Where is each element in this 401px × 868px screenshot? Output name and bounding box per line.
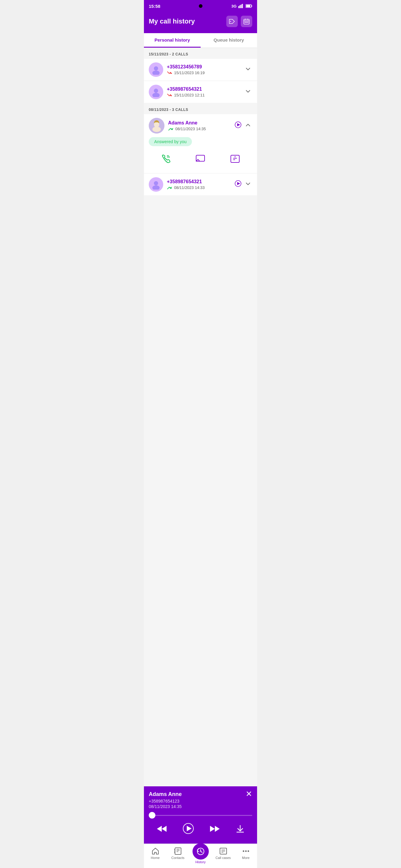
answered-badge: Answered by you	[149, 137, 192, 146]
section-header-2: 08/11/2023 - 3 CALLS	[144, 103, 257, 114]
chevron-down-icon	[245, 88, 251, 94]
nav-item-more[interactable]: More	[234, 846, 257, 864]
person-icon	[151, 87, 161, 97]
download-icon	[236, 825, 245, 833]
audio-player-date: 08/11/2023 14:35	[149, 804, 182, 809]
call-item-4[interactable]: +358987654321 08/11/2023 14:33	[144, 174, 257, 195]
play-icon	[235, 121, 241, 128]
app-header: My call history	[144, 12, 257, 33]
info-icon	[230, 154, 240, 164]
play-button-icon	[183, 823, 194, 834]
chat-icon	[196, 154, 205, 164]
filter-button[interactable]	[226, 16, 238, 27]
tabs-container: Personal history Queue history	[144, 33, 257, 48]
phone-call-icon	[161, 154, 171, 164]
call-info: +358123456789 15/11/2023 16:19	[167, 64, 244, 75]
expand-call-4[interactable]	[244, 180, 252, 190]
info-button[interactable]	[228, 152, 242, 167]
call-meta: 08/11/2023 14:35	[168, 127, 233, 131]
missed-call-icon	[167, 93, 172, 97]
header-actions	[226, 16, 252, 27]
play-recording-4[interactable]	[233, 179, 242, 190]
call-actions	[149, 150, 252, 168]
fast-forward-button[interactable]	[208, 824, 221, 836]
message-button[interactable]	[193, 152, 208, 167]
chevron-down-icon	[245, 181, 251, 187]
content-area: 15/11/2023 - 2 CALLS +358123456789 15/11…	[144, 48, 257, 786]
signal-icon	[238, 4, 244, 8]
nav-label-more: More	[242, 856, 250, 860]
person-icon	[151, 64, 161, 75]
camera-dot	[199, 4, 202, 8]
fast-forward-icon	[210, 825, 220, 833]
tab-queue-history[interactable]: Queue history	[201, 33, 257, 48]
expand-call-1[interactable]	[244, 65, 252, 75]
svg-marker-40	[237, 182, 240, 185]
call-item-2[interactable]: +358987654321 15/11/2023 12:11	[144, 81, 257, 103]
more-icon	[242, 847, 250, 855]
nav-label-contacts: Contacts	[171, 856, 184, 860]
download-button[interactable]	[235, 824, 246, 836]
svg-point-35	[154, 181, 158, 185]
nav-item-contacts[interactable]: Contacts	[167, 846, 189, 864]
history-icon-wrap	[193, 843, 209, 860]
call-item-1[interactable]: +358123456789 15/11/2023 16:19	[144, 59, 257, 81]
avatar	[149, 85, 163, 99]
section-header-1: 15/11/2023 - 2 CALLS	[144, 48, 257, 59]
audio-progress-dot[interactable]	[149, 812, 155, 818]
collapse-call-3[interactable]	[244, 121, 252, 131]
status-icons: 3G	[231, 4, 252, 8]
svg-point-20	[152, 93, 160, 97]
svg-rect-14	[248, 22, 248, 23]
person-photo-icon	[149, 118, 165, 133]
call-number: +358123456789	[167, 64, 244, 70]
avatar-adams-anne	[149, 118, 165, 133]
audio-progress-bar[interactable]	[149, 815, 252, 816]
svg-rect-6	[246, 5, 251, 7]
svg-point-7	[230, 21, 231, 22]
call-info: +358987654321 08/11/2023 14:33	[167, 179, 233, 190]
call-datetime: 08/11/2023 14:35	[175, 127, 206, 131]
svg-point-16	[152, 70, 160, 75]
battery-icon	[246, 4, 252, 8]
status-time: 15:58	[149, 4, 160, 9]
call-info: Adams Anne 08/11/2023 14:35	[168, 120, 233, 131]
svg-point-25	[152, 127, 161, 132]
nav-item-home[interactable]: Home	[144, 846, 167, 864]
calendar-button[interactable]	[241, 16, 252, 27]
svg-rect-12	[245, 22, 246, 23]
tab-personal-history[interactable]: Personal history	[144, 33, 201, 48]
call-name: Adams Anne	[168, 120, 233, 126]
person-icon	[151, 179, 161, 190]
callcases-icon	[219, 847, 228, 855]
nav-label-history: History	[195, 860, 205, 864]
nav-item-history[interactable]: History	[189, 846, 212, 864]
play-recording-3[interactable]	[233, 120, 242, 131]
call-datetime: 15/11/2023 16:19	[174, 70, 205, 75]
svg-rect-49	[175, 848, 181, 855]
audio-player-phone: +358987654123	[149, 799, 182, 804]
network-icon: 3G	[231, 4, 236, 8]
status-bar: 15:58 3G	[144, 0, 257, 12]
call-item-3[interactable]: Adams Anne 08/11/2023 14:35	[144, 114, 257, 137]
expand-call-2[interactable]	[244, 87, 252, 97]
play-icon	[235, 180, 241, 187]
audio-play-button[interactable]	[182, 822, 195, 838]
nav-item-callcases[interactable]: Call cases	[212, 846, 234, 864]
svg-rect-13	[246, 22, 247, 23]
home-icon	[151, 847, 160, 855]
nav-label-callcases: Call cases	[216, 856, 231, 860]
call-back-button[interactable]	[159, 152, 173, 167]
svg-rect-0	[238, 6, 239, 8]
chevron-down-icon	[245, 66, 251, 72]
call-number: +358987654321	[167, 87, 244, 92]
call-meta: 15/11/2023 16:19	[167, 70, 244, 75]
audio-close-button[interactable]: ✕	[246, 790, 252, 798]
svg-marker-29	[237, 123, 240, 126]
bottom-nav: Home Contacts History Call cases More	[144, 844, 257, 868]
call-3-expanded-content: Answered by you	[144, 137, 257, 173]
contacts-icon	[174, 847, 182, 855]
rewind-button[interactable]	[155, 824, 168, 836]
svg-marker-45	[210, 826, 215, 832]
svg-point-15	[154, 66, 158, 70]
